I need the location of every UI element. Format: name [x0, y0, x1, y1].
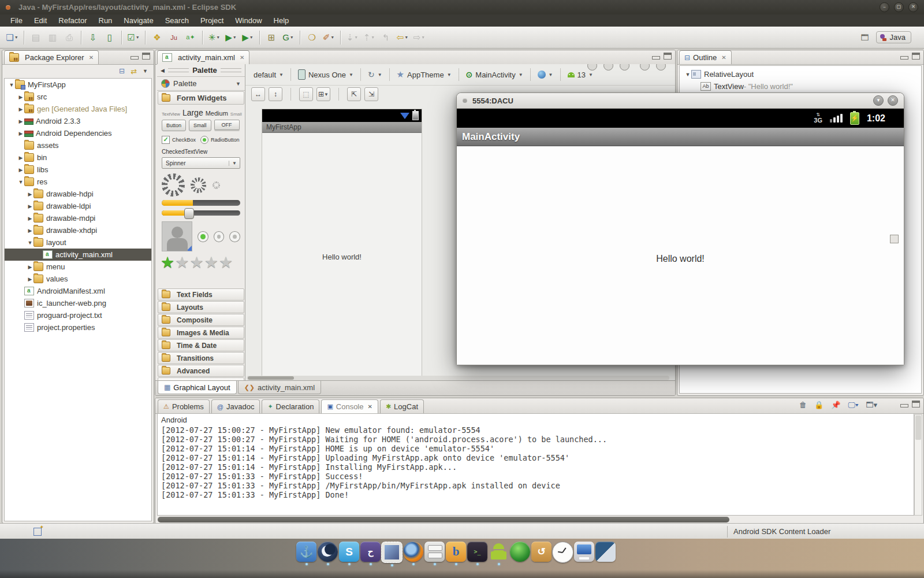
minimize-icon[interactable]: [900, 404, 908, 407]
close-icon[interactable]: ✕: [367, 403, 372, 410]
dropdown-caret-icon[interactable]: ▼: [290, 35, 294, 39]
screenshot-app-icon[interactable]: [595, 542, 616, 562]
menu-project[interactable]: Project: [195, 14, 229, 27]
expand-arrow-icon[interactable]: ▶: [27, 276, 33, 282]
align-left-button[interactable]: ⇱: [347, 87, 361, 101]
console-hscrollbar-thumb[interactable]: [158, 517, 729, 523]
menu-file[interactable]: File: [5, 14, 28, 27]
tree-item-drawable-ldpi[interactable]: ▶drawable-ldpi: [5, 200, 151, 212]
tab-package-explorer[interactable]: Package Explorer ✕: [4, 50, 99, 64]
debug-button[interactable]: ✳▼: [207, 31, 222, 45]
menu-edit[interactable]: Edit: [28, 14, 53, 27]
emulator-window[interactable]: 5554:DACU ▾ ✕ ⇅3G ⚡ 1:02 MainActivity He…: [456, 92, 904, 365]
scroll-arrow[interactable]: [890, 235, 899, 243]
tree-item-gen[interactable]: ▶gen [Generated Java Files]: [5, 103, 151, 115]
dropdown-caret-icon[interactable]: ▼: [519, 72, 523, 77]
dropdown-caret-icon[interactable]: ▼: [216, 35, 220, 39]
open-resource-button[interactable]: ❍: [304, 31, 319, 45]
tab-problems[interactable]: ⚠Problems: [158, 399, 210, 413]
collapse-left-icon[interactable]: ◀: [161, 68, 165, 73]
menu-window[interactable]: Window: [229, 14, 267, 27]
palette-category-composite[interactable]: Composite: [158, 314, 244, 326]
minimize-icon[interactable]: –: [880, 2, 889, 12]
widget-quickcontactbadge[interactable]: [162, 221, 192, 251]
expand-arrow-icon[interactable]: ▶: [17, 155, 24, 161]
dropdown-caret-icon[interactable]: ▼: [279, 72, 284, 77]
expand-arrow-icon[interactable]: ▶: [27, 191, 33, 197]
dropdown-caret-icon[interactable]: ▼: [549, 72, 553, 77]
menu-run[interactable]: Run: [93, 14, 118, 27]
palette-header[interactable]: ◀ Palette: [157, 64, 245, 77]
menu-search[interactable]: Search: [159, 14, 195, 27]
tree-item-src[interactable]: ▶src: [5, 91, 151, 103]
new-test-button[interactable]: ☑▼: [126, 31, 141, 45]
expand-arrow-icon[interactable]: ▶: [17, 167, 24, 173]
scrollbar-thumb[interactable]: [248, 376, 294, 380]
new-wizard-button[interactable]: ❏▼: [5, 31, 20, 45]
widget-textview-medium[interactable]: Medium: [206, 110, 228, 117]
display-settings-icon[interactable]: [574, 542, 594, 562]
dropdown-caret-icon[interactable]: ▼: [136, 35, 140, 39]
back-button[interactable]: ⇦▼: [395, 31, 410, 45]
dropdown-caret-icon[interactable]: ▼: [378, 72, 382, 77]
bing-icon[interactable]: b: [446, 542, 466, 562]
expand-arrow-icon[interactable]: ▶: [27, 228, 33, 234]
close-icon[interactable]: ✕: [721, 54, 726, 61]
dropdown-caret-icon[interactable]: ▼: [421, 35, 425, 39]
maximize-icon[interactable]: [664, 53, 672, 60]
dropdown-caret-icon[interactable]: ▼: [447, 72, 452, 77]
close-icon[interactable]: ✕: [240, 54, 244, 61]
outline-node-relativelayout[interactable]: ▼ RelativeLayout: [680, 68, 921, 80]
expand-arrow-icon[interactable]: ▼: [27, 240, 33, 246]
palette-category-layouts[interactable]: Layouts: [158, 301, 244, 313]
config-globe-selector[interactable]: ▼: [535, 71, 556, 79]
widget-radiogroup-option2[interactable]: [214, 231, 225, 242]
tree-item-android[interactable]: ▶Android 2.3.3: [5, 115, 151, 127]
tree-item-activity_main.xml[interactable]: activity_main.xml: [5, 249, 151, 261]
firefox-icon[interactable]: [403, 542, 423, 562]
tree-item-menu[interactable]: ▶menu: [5, 261, 151, 273]
tree-item-proguard-project.txt[interactable]: proguard-project.txt: [5, 309, 151, 321]
set-width-button[interactable]: ↔: [251, 87, 265, 101]
tree-item-ic_launcher-web.png[interactable]: ic_launcher-web.png: [5, 297, 151, 309]
tree-item-res[interactable]: ▼res: [5, 176, 151, 188]
widget-checkbox[interactable]: CheckBox: [172, 137, 196, 143]
tab-javadoc[interactable]: @Javadoc: [211, 399, 260, 413]
maximize-icon[interactable]: [142, 53, 150, 60]
dropdown-caret-icon[interactable]: ▼: [249, 35, 254, 39]
widget-textview-large[interactable]: Large: [182, 108, 203, 117]
palette-category-text-fields[interactable]: Text Fields: [158, 288, 244, 301]
open-console-icon[interactable]: 🗔▾: [866, 401, 877, 410]
open-perspective-icon[interactable]: 🗔: [861, 33, 869, 42]
expand-arrow-icon[interactable]: ▶: [27, 203, 33, 209]
tree-item-android[interactable]: ▶Android Dependencies: [5, 127, 151, 139]
close-icon[interactable]: ✕: [89, 54, 94, 61]
view-menu-icon[interactable]: ▼: [143, 68, 148, 74]
new-layout-button[interactable]: ⊞: [264, 31, 279, 45]
menu-refactor[interactable]: Refactor: [53, 14, 92, 27]
arabic-app-icon[interactable]: ح: [360, 542, 381, 562]
expand-arrow-icon[interactable]: ▶: [17, 94, 24, 100]
minimize-icon[interactable]: [131, 56, 139, 60]
tree-item-androidmanifest.xml[interactable]: AndroidManifest.xml: [5, 285, 151, 297]
tree-item-libs[interactable]: ▶libs: [5, 164, 151, 176]
emulator-titlebar[interactable]: 5554:DACU ▾ ✕: [457, 93, 904, 109]
widget-radiogroup-option3[interactable]: [229, 231, 240, 242]
gwt-compile-button[interactable]: G▼: [281, 31, 296, 45]
tab-xml-source[interactable]: ❮❯ activity_main.xml: [238, 381, 321, 394]
backup-folder-icon[interactable]: ↺: [531, 542, 552, 562]
thunderbird-icon[interactable]: [318, 542, 338, 562]
widget-small-button[interactable]: Small: [189, 120, 211, 131]
new-java-package-button[interactable]: ❖: [150, 31, 165, 45]
java-perspective-button[interactable]: Java: [876, 31, 911, 43]
config-nexus-one-selector[interactable]: Nexus One▼: [296, 69, 356, 80]
tree-item-project.properties[interactable]: project.properties: [5, 321, 151, 334]
widget-checkedtextview[interactable]: CheckedTextView: [162, 149, 240, 155]
dropdown-caret-icon[interactable]: ▼: [371, 35, 375, 39]
search-button[interactable]: ✐▼: [321, 31, 336, 45]
dropdown-caret-icon[interactable]: ▼: [349, 72, 353, 77]
dropdown-caret-icon[interactable]: ▼: [330, 35, 334, 39]
menu-help[interactable]: Help: [268, 14, 295, 27]
widget-ratingbar[interactable]: ★★★★★: [161, 255, 240, 270]
maximize-icon[interactable]: [912, 401, 920, 407]
